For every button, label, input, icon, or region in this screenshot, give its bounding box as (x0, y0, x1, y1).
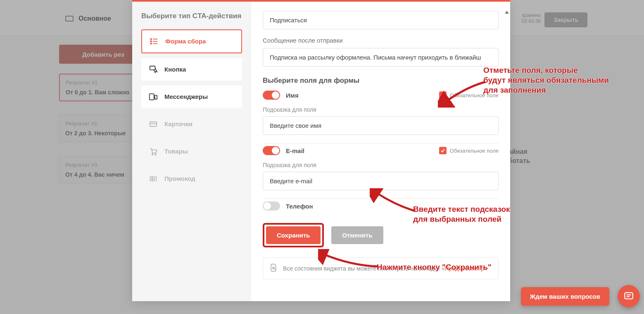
chat-fab[interactable] (618, 285, 640, 307)
cards-icon (149, 120, 158, 129)
after-send-input[interactable] (263, 48, 499, 67)
fields-section-title: Выберите поля для формы (263, 77, 499, 85)
chat-icon (623, 291, 634, 302)
hint-input-name[interactable] (263, 116, 499, 135)
svg-point-4 (150, 43, 152, 44)
required-label: Обязательное поле (450, 148, 499, 154)
scroll-up-icon (505, 11, 509, 14)
save-highlight-annotation: Сохранить (263, 223, 324, 247)
svg-rect-20 (625, 292, 633, 299)
hint-label-email: Подсказка для поля (263, 162, 499, 168)
cta-option-form[interactable]: Форма сбора (141, 29, 242, 53)
cta-option-promo[interactable]: Промокод (141, 168, 242, 190)
cta-option-messengers[interactable]: Мессенджеры (141, 86, 242, 108)
preview-hint-prefix: Все состояния виджета вы можете посмотре… (283, 265, 445, 272)
svg-rect-8 (155, 95, 157, 99)
cta-option-cards[interactable]: Карточки (141, 113, 242, 135)
svg-point-11 (152, 154, 153, 155)
cta-option-label: Мессенджеры (164, 93, 208, 100)
preview-hint-suffix: » (484, 265, 487, 272)
modal-actions: Сохранить Отменить (263, 223, 499, 247)
checkbox-icon (439, 91, 447, 99)
preview-hint-bar: Все состояния виджета вы можете посмотре… (263, 257, 499, 279)
preview-link[interactable]: Предпросмотр (445, 265, 484, 272)
cta-modal: Выберите тип CTA-действия Форма сбора Кн… (132, 0, 510, 301)
svg-point-12 (155, 154, 156, 155)
field-row-name: Имя Обязательное поле (263, 91, 499, 100)
cta-option-products[interactable]: Товары (141, 140, 242, 163)
cancel-button[interactable]: Отменить (331, 226, 383, 244)
search-doc-icon (270, 264, 277, 273)
cta-type-panel: Выберите тип CTA-действия Форма сбора Кн… (132, 2, 251, 301)
field-row-phone: Телефон (263, 201, 499, 211)
hint-label-name: Подсказка для поля (263, 106, 499, 113)
modal-scrollbar[interactable] (503, 3, 510, 303)
field-row-email: E-mail Обязательное поле (263, 146, 499, 155)
required-email[interactable]: Обязательное поле (439, 147, 499, 154)
required-name[interactable]: Обязательное поле (439, 91, 499, 99)
field-title-phone: Телефон (286, 203, 313, 210)
toggle-name[interactable] (263, 91, 280, 100)
cta-panel-title: Выберите тип CTA-действия (141, 12, 242, 21)
svg-line-19 (274, 268, 275, 269)
list-form-icon (150, 37, 159, 46)
divider (263, 199, 499, 199)
devices-icon (149, 92, 158, 101)
chat-cta-button[interactable]: Ждем ваших вопросов (521, 287, 609, 306)
cta-form-panel: Сообщение после отправки Выберите поля д… (251, 2, 510, 301)
cart-icon (149, 147, 158, 156)
pointer-icon (149, 65, 158, 74)
cta-option-label: Форма сбора (165, 38, 206, 45)
cta-option-label: Промокод (164, 175, 195, 182)
preview-hint-text: Все состояния виджета вы можете посмотре… (283, 265, 487, 272)
cta-option-label: Карточки (164, 120, 192, 127)
toggle-email[interactable] (263, 146, 280, 155)
toggle-phone[interactable] (263, 201, 280, 211)
cta-option-label: Кнопка (164, 66, 186, 73)
checkbox-icon (439, 147, 447, 154)
field-title-name: Имя (286, 92, 299, 99)
save-button[interactable]: Сохранить (266, 226, 321, 244)
divider (263, 143, 499, 144)
field-title-email: E-mail (286, 147, 304, 154)
svg-point-2 (150, 41, 152, 42)
barcode-icon (149, 174, 158, 183)
svg-rect-6 (150, 66, 155, 70)
after-send-label: Сообщение после отправки (263, 37, 499, 44)
cta-option-button[interactable]: Кнопка (141, 58, 242, 81)
required-label: Обязательное поле (450, 92, 499, 98)
svg-point-0 (150, 38, 152, 40)
button-text-input[interactable] (263, 11, 499, 29)
cta-option-label: Товары (164, 148, 188, 155)
hint-input-email[interactable] (263, 172, 499, 190)
svg-rect-7 (150, 94, 154, 100)
